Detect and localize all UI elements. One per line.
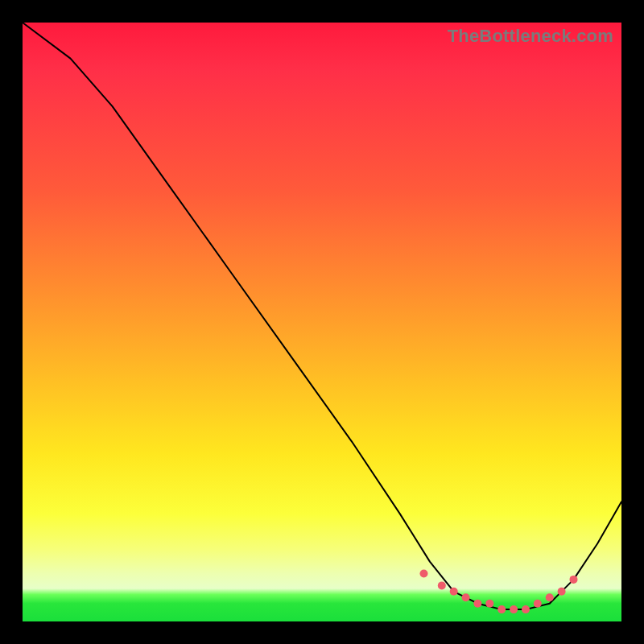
curve-dot <box>462 593 470 601</box>
curve-dot <box>534 600 542 608</box>
curve-dot <box>510 605 518 613</box>
chart-frame: TheBottleneck.com <box>0 0 644 644</box>
bottleneck-curve <box>23 23 621 609</box>
curve-dot <box>497 605 506 613</box>
curve-dot <box>438 581 446 589</box>
curve-dot <box>522 605 530 613</box>
curve-dot <box>420 570 428 578</box>
curve-svg <box>23 23 621 621</box>
curve-dot <box>570 576 578 584</box>
curve-dot <box>450 588 458 596</box>
curve-dot <box>485 600 493 608</box>
marker-group <box>420 570 578 614</box>
curve-dot <box>473 600 481 608</box>
curve-dot <box>558 588 566 596</box>
plot-area: TheBottleneck.com <box>23 23 621 621</box>
curve-dot <box>546 593 554 601</box>
